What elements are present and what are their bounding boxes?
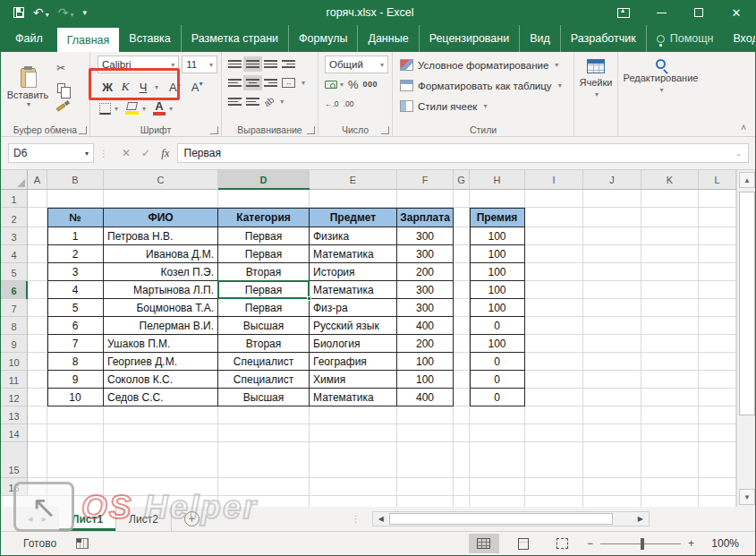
row-header-15[interactable]: 15: [1, 442, 28, 478]
tab-вставка[interactable]: Вставка: [119, 25, 181, 52]
grow-font-button[interactable]: А: [169, 81, 181, 94]
row-header-14[interactable]: 14: [1, 424, 28, 442]
zoom-level[interactable]: 100%: [703, 537, 739, 550]
table-header-fio[interactable]: ФИО: [104, 208, 218, 227]
undo-button[interactable]: ↶▾: [33, 6, 49, 19]
tab-помощн[interactable]: Помощн: [647, 25, 724, 52]
cell-fio-row12[interactable]: Седов С.С.: [104, 389, 218, 406]
font-dialog-launcher[interactable]: [210, 126, 218, 134]
fill-color-button[interactable]: ▾: [125, 102, 146, 115]
cell-category-row12[interactable]: Высшая: [218, 389, 310, 406]
align-bottom-button[interactable]: [264, 59, 277, 69]
wrap-text-button[interactable]: [282, 59, 295, 69]
table-header-category[interactable]: Категория: [218, 208, 310, 227]
new-sheet-button[interactable]: +: [184, 511, 200, 526]
cell-category-row10[interactable]: Специалист: [218, 353, 310, 371]
maximize-button[interactable]: [680, 0, 718, 25]
font-size-select[interactable]: 11▾: [182, 56, 217, 73]
redo-button[interactable]: ↷▾: [58, 6, 74, 19]
cell-fio-row3[interactable]: Петрова Н.В.: [104, 227, 218, 245]
prev-sheet-button[interactable]: ◂: [28, 513, 33, 525]
column-header-L[interactable]: L: [699, 170, 736, 190]
table-header-bonus[interactable]: Премия: [470, 208, 525, 227]
row-header-11[interactable]: 11: [1, 371, 28, 389]
font-name-select[interactable]: Calibri▾: [98, 56, 179, 73]
bold-button[interactable]: Ж: [99, 81, 115, 94]
row-header-10[interactable]: 10: [1, 353, 28, 371]
cell-subject-row6[interactable]: Математика: [310, 281, 397, 299]
paste-button[interactable]: Вставить ▾: [4, 55, 51, 122]
column-header-J[interactable]: J: [583, 170, 641, 190]
cell-category-row3[interactable]: Первая: [218, 227, 310, 245]
number-dialog-launcher[interactable]: [381, 126, 389, 134]
cell-subject-row8[interactable]: Русский язык: [310, 317, 397, 335]
cell-category-row5[interactable]: Вторая: [218, 263, 310, 281]
conditional-formatting-button[interactable]: Условное форматирование▾: [400, 55, 570, 75]
cancel-entry-button[interactable]: ✕: [122, 147, 131, 159]
column-header-D[interactable]: D: [218, 170, 310, 190]
cell-bonus-row4[interactable]: 100: [470, 245, 525, 263]
cell-bonus-row10[interactable]: 0: [470, 353, 525, 371]
cell-subject-row12[interactable]: Математика: [310, 389, 397, 406]
currency-format-button[interactable]: ▾: [325, 81, 344, 89]
column-header-H[interactable]: H: [470, 170, 525, 190]
select-all-corner[interactable]: [1, 170, 28, 190]
merge-center-button[interactable]: ↔: [282, 78, 295, 88]
column-header-I[interactable]: I: [525, 170, 583, 190]
cell-subject-row5[interactable]: История: [310, 263, 397, 281]
cell-num-row5[interactable]: 3: [47, 263, 104, 281]
tab-scrollbar-splitter[interactable]: ⋮: [352, 514, 361, 524]
cell-salary-row10[interactable]: 100: [397, 353, 454, 371]
formula-input[interactable]: Первая⌄: [177, 143, 749, 163]
column-header-G[interactable]: G: [454, 170, 470, 190]
scroll-right-button[interactable]: ▶: [633, 513, 648, 525]
cell-num-row10[interactable]: 8: [47, 353, 104, 371]
row-header-8[interactable]: 8: [1, 317, 28, 335]
cell-category-row11[interactable]: Специалист: [218, 371, 310, 389]
editing-button[interactable]: Редактирование ▾: [622, 55, 700, 122]
column-header-B[interactable]: B: [47, 170, 104, 190]
cell-bonus-row3[interactable]: 100: [470, 227, 525, 245]
cell-category-row8[interactable]: Высшая: [218, 317, 310, 335]
tab-file[interactable]: Файл: [1, 25, 57, 52]
cell-fio-row8[interactable]: Пелерман В.И.: [104, 317, 218, 335]
increase-decimal-button[interactable]: ←.0: [325, 99, 339, 108]
cell-fio-row5[interactable]: Козел П.Э.: [104, 263, 218, 281]
clipboard-dialog-launcher[interactable]: [79, 126, 87, 134]
cell-salary-row5[interactable]: 200: [397, 263, 454, 281]
row-header-3[interactable]: 3: [1, 227, 28, 245]
row-header-4[interactable]: 4: [1, 245, 28, 263]
column-header-A[interactable]: A: [28, 170, 47, 190]
horizontal-scroll-thumb[interactable]: [389, 513, 613, 525]
page-break-view-button[interactable]: [548, 534, 578, 553]
row-header-5[interactable]: 5: [1, 263, 28, 281]
tab-разметка-страни[interactable]: Разметка страни: [182, 25, 289, 52]
sheet-tab-лист2[interactable]: Лист2: [116, 507, 172, 531]
table-header-salary[interactable]: Зарплата: [397, 208, 454, 227]
zoom-in-button[interactable]: +: [688, 537, 694, 550]
customize-qat-button[interactable]: ▾: [83, 9, 88, 17]
row-header-6[interactable]: 6: [1, 281, 28, 299]
align-right-button[interactable]: [264, 78, 277, 88]
cell-num-row3[interactable]: 1: [47, 227, 104, 245]
cell-salary-row8[interactable]: 400: [397, 317, 454, 335]
cell-salary-row12[interactable]: 400: [397, 389, 454, 406]
underline-button[interactable]: Ч: [135, 81, 151, 94]
vertical-scrollbar[interactable]: ▲ ▼: [736, 170, 756, 507]
tab-вид[interactable]: Вид: [520, 25, 561, 52]
cell-num-row6[interactable]: 4: [47, 281, 104, 299]
cell-fio-row9[interactable]: Ушаков П.М.: [104, 335, 218, 353]
row-header-12[interactable]: 12: [1, 389, 28, 406]
name-box[interactable]: D6▾: [8, 143, 94, 163]
row-header-1[interactable]: 1: [1, 190, 28, 208]
insert-function-button[interactable]: fx: [161, 146, 169, 160]
cell-fio-row11[interactable]: Соколов К.С.: [104, 371, 218, 389]
zoom-out-button[interactable]: −: [587, 537, 593, 550]
cell-salary-row9[interactable]: 200: [397, 335, 454, 353]
tab-рецензировани[interactable]: Рецензировани: [420, 25, 521, 52]
column-header-C[interactable]: C: [104, 170, 218, 190]
tab-данные[interactable]: Данные: [358, 25, 419, 52]
font-color-button[interactable]: А▾: [153, 101, 173, 115]
cell-subject-row3[interactable]: Физика: [310, 227, 397, 245]
cell-num-row4[interactable]: 2: [47, 245, 104, 263]
